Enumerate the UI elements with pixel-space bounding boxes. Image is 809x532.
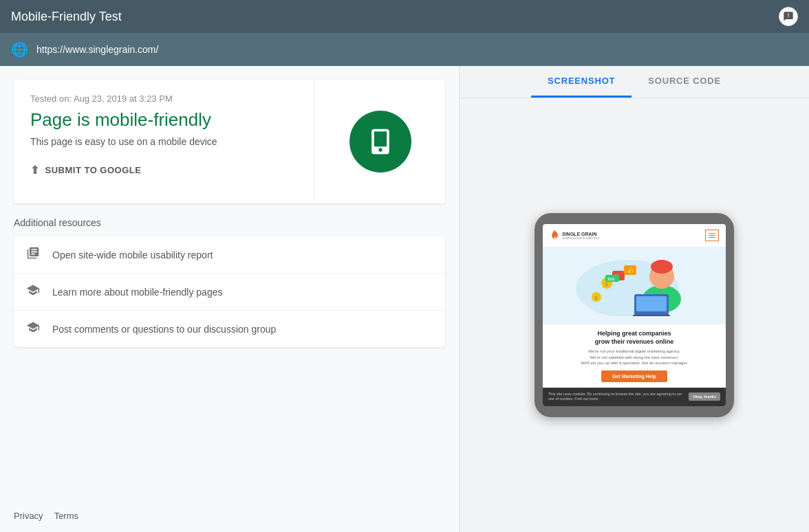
page-title: Mobile-Friendly Test [11,10,122,24]
cookie-text: This site uses cookies. By continuing to… [548,392,686,402]
svg-text:$: $ [605,281,608,287]
phone-icon [365,126,396,157]
cookie-accept-button[interactable]: Okay, thanks [689,392,720,401]
right-panel: SCREENSHOT SOURCE CODE SINGLE GRAIN [460,66,809,532]
resources-list: Open site-wide mobile usability report L… [14,236,445,347]
resource-item-learn[interactable]: Learn more about mobile-friendly pages [14,274,445,311]
svg-text:👍: 👍 [627,266,635,274]
tab-screenshot[interactable]: SCREENSHOT [531,66,632,98]
resource-item-usability[interactable]: Open site-wide mobile usability report [14,236,445,274]
usability-report-icon [25,246,41,263]
svg-point-3 [651,260,673,274]
flame-logo-icon [550,230,559,241]
site-header: SINGLE GRAIN WHERE GROWTH MATTERS [543,224,726,247]
resource-item-discuss[interactable]: Post comments or questions to our discus… [14,311,445,347]
resource-label-3: Post comments or questions to our discus… [52,324,276,335]
url-bar: 🌐 [0,33,809,66]
terms-link[interactable]: Terms [54,511,78,521]
feedback-icon [783,11,794,22]
left-panel: Tested on: Aug 23, 2019 at 3:23 PM Page … [0,66,460,532]
result-left: Tested on: Aug 23, 2019 at 3:23 PM Page … [14,80,314,203]
phone-frame: SINGLE GRAIN WHERE GROWTH MATTERS [535,213,734,417]
site-headline: Helping great companies grow their reven… [550,330,719,346]
resource-label-1: Open site-wide mobile usability report [52,250,213,261]
hero-illustration: $ $ ♥ 👍 $$$ [552,254,717,316]
phone-preview-wrapper: SINGLE GRAIN WHERE GROWTH MATTERS [521,98,748,532]
logo-text: SINGLE GRAIN [562,232,599,236]
svg-text:$$$: $$$ [607,277,615,281]
resource-label-2: Learn more about mobile-friendly pages [52,287,222,298]
phone-screen: SINGLE GRAIN WHERE GROWTH MATTERS [543,224,726,406]
tested-on-text: Tested on: Aug 23, 2019 at 3:23 PM [30,93,298,104]
additional-resources: Additional resources Open site-wide mobi… [14,214,445,347]
logo-tagline: WHERE GROWTH MATTERS [562,236,599,240]
left-footer: Privacy Terms [0,500,460,532]
additional-resources-title: Additional resources [14,214,445,231]
mobile-friendly-icon [349,111,411,173]
hamburger-menu-icon[interactable] [705,230,719,241]
tabs: SCREENSHOT SOURCE CODE [460,66,809,98]
globe-icon: 🌐 [11,41,28,58]
submit-to-google-button[interactable]: ⬆ SUBMIT TO GOOGLE [30,164,141,177]
url-input[interactable] [36,44,798,55]
result-title: Page is mobile-friendly [30,109,298,131]
site-cta-button[interactable]: Get Marketing Help [601,370,667,382]
discuss-icon [25,320,41,337]
feedback-button[interactable] [779,7,798,26]
cookie-banner: This site uses cookies. By continuing to… [543,388,726,406]
svg-rect-5 [633,315,670,316]
result-description: This page is easy to use on a mobile dev… [30,136,298,147]
site-content: Helping great companies grow their reven… [543,324,726,388]
site-subtext: We're not your traditional digital marke… [550,348,719,366]
learn-icon [25,283,41,300]
svg-rect-6 [636,296,667,311]
hero-section: $ $ ♥ 👍 $$$ [543,247,726,324]
result-card: Tested on: Aug 23, 2019 at 3:23 PM Page … [14,80,445,203]
privacy-link[interactable]: Privacy [14,511,43,521]
svg-text:$: $ [594,295,598,301]
tab-source-code[interactable]: SOURCE CODE [632,66,737,98]
main-layout: Tested on: Aug 23, 2019 at 3:23 PM Page … [0,66,809,532]
site-logo: SINGLE GRAIN WHERE GROWTH MATTERS [550,230,599,241]
top-bar: Mobile-Friendly Test [0,0,809,33]
upload-icon: ⬆ [30,164,40,177]
result-icon-area [314,80,445,203]
